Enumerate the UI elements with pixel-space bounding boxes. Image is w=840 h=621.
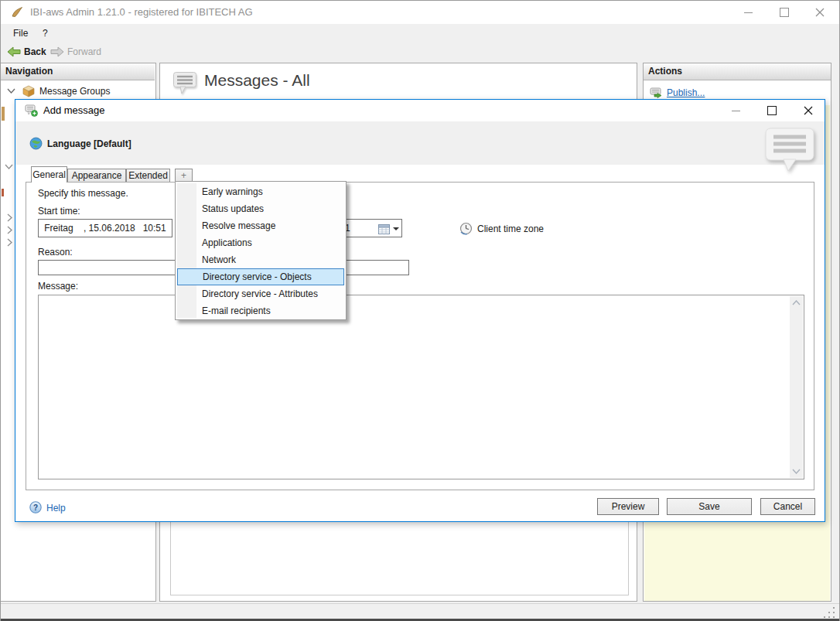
toolbar — [1, 43, 839, 62]
status-bar — [1, 603, 839, 619]
menu-item-help[interactable]: ? — [36, 24, 54, 43]
sidebar-item-label: Message Groups — [39, 86, 110, 97]
add-message-icon — [25, 104, 38, 117]
back-icon[interactable] — [7, 46, 21, 57]
navigation-panel-header: Navigation — [1, 63, 155, 80]
tab-general[interactable]: General — [31, 166, 67, 183]
actions-panel-header: Actions — [644, 63, 831, 80]
menu-bar — [1, 24, 839, 43]
close-icon — [815, 8, 825, 17]
help-link[interactable]: Help — [46, 503, 66, 514]
dialog-maximize-button[interactable] — [756, 100, 787, 121]
page-title: Messages - All — [204, 71, 310, 90]
menu-item-resolve-message[interactable]: Resolve message — [177, 217, 344, 234]
add-message-dialog: Add message Language [Default] — [15, 99, 825, 522]
close-icon — [804, 106, 813, 115]
menu-item-directory-service-attributes[interactable]: Directory service - Attributes — [177, 285, 344, 302]
menu-item-applications[interactable]: Applications — [177, 234, 344, 251]
preview-button[interactable]: Preview — [597, 498, 659, 515]
reason-label: Reason: — [38, 247, 73, 258]
svg-text:?: ? — [33, 503, 38, 512]
window-titlebar: IBI-aws Admin 1.21.0 - registered for IB… — [1, 1, 839, 24]
scrollbar[interactable] — [790, 296, 803, 478]
client-time-zone-label: Client time zone — [477, 223, 544, 234]
message-groups-icon — [22, 85, 35, 97]
maximize-icon — [767, 106, 777, 115]
category-dropdown-menu: Early warnings Status updates Resolve me… — [175, 181, 347, 320]
save-button[interactable]: Save — [667, 498, 752, 515]
back-button[interactable]: Back — [24, 43, 46, 62]
client-time-zone-icon — [459, 222, 473, 235]
menu-item-file[interactable]: File — [7, 24, 34, 43]
language-strip: Language [Default] — [15, 121, 825, 165]
end-time-picker[interactable]: 1 — [340, 219, 402, 237]
help-icon[interactable]: ? — [29, 501, 42, 514]
menu-item-network[interactable]: Network — [177, 251, 344, 268]
chevron-down-icon — [393, 227, 399, 230]
minimize-icon — [744, 12, 753, 13]
forward-icon[interactable] — [50, 46, 64, 57]
close-button[interactable] — [802, 1, 837, 24]
resize-grip-icon[interactable] — [824, 616, 825, 618]
menu-item-directory-service-objects[interactable]: Directory service - Objects — [177, 268, 344, 285]
dialog-title: Add message — [43, 100, 105, 121]
publish-icon — [650, 87, 663, 99]
cancel-button[interactable]: Cancel — [760, 498, 815, 515]
sidebar-item-message-groups[interactable]: Message Groups — [1, 84, 155, 99]
app-icon — [11, 6, 23, 19]
dialog-minimize-button[interactable] — [720, 100, 751, 121]
chevron-down-icon[interactable] — [5, 164, 13, 170]
message-watermark-icon — [764, 127, 817, 173]
tab-extended[interactable]: Extended — [126, 169, 170, 182]
menu-item-early-warnings[interactable]: Early warnings — [177, 183, 344, 200]
start-time-picker[interactable]: Freitag , 15.06.2018 10:51 — [38, 219, 172, 237]
chevron-right-icon[interactable] — [7, 226, 14, 234]
tab-add-plus[interactable]: + — [175, 169, 193, 182]
scroll-up-icon[interactable] — [792, 300, 801, 305]
partial-tree-icon — [2, 189, 4, 196]
chevron-right-icon[interactable] — [7, 238, 14, 247]
maximize-button[interactable] — [767, 1, 801, 24]
chevron-right-icon[interactable] — [7, 213, 14, 222]
message-label: Message: — [38, 281, 78, 292]
dialog-close-button[interactable] — [793, 100, 824, 121]
chevron-down-icon[interactable] — [7, 88, 15, 94]
message-textarea[interactable] — [38, 295, 804, 479]
language-globe-icon — [29, 137, 43, 150]
main-window: IBI-aws Admin 1.21.0 - registered for IB… — [0, 0, 840, 621]
publish-link[interactable]: Publish... — [667, 87, 705, 98]
messages-icon — [172, 71, 197, 95]
calendar-icon — [378, 223, 390, 234]
dialog-titlebar: Add message — [15, 100, 825, 121]
partial-tree-icon — [2, 107, 5, 121]
menu-item-status-updates[interactable]: Status updates — [177, 200, 344, 217]
language-label: Language [Default] — [47, 138, 131, 149]
window-title: IBI-aws Admin 1.21.0 - registered for IB… — [30, 1, 253, 24]
calendar-dropdown-button[interactable] — [378, 222, 401, 235]
start-time-label: Start time: — [38, 206, 80, 217]
minimize-button[interactable] — [731, 1, 766, 24]
minimize-icon — [732, 111, 740, 111]
tab-description: Specify this message. — [38, 188, 128, 199]
forward-button[interactable]: Forward — [67, 43, 101, 62]
tab-appearance[interactable]: Appearance — [67, 169, 126, 182]
menu-item-email-recipients[interactable]: E-mail recipients — [177, 302, 344, 319]
maximize-icon — [780, 8, 789, 17]
scroll-down-icon[interactable] — [792, 469, 801, 474]
